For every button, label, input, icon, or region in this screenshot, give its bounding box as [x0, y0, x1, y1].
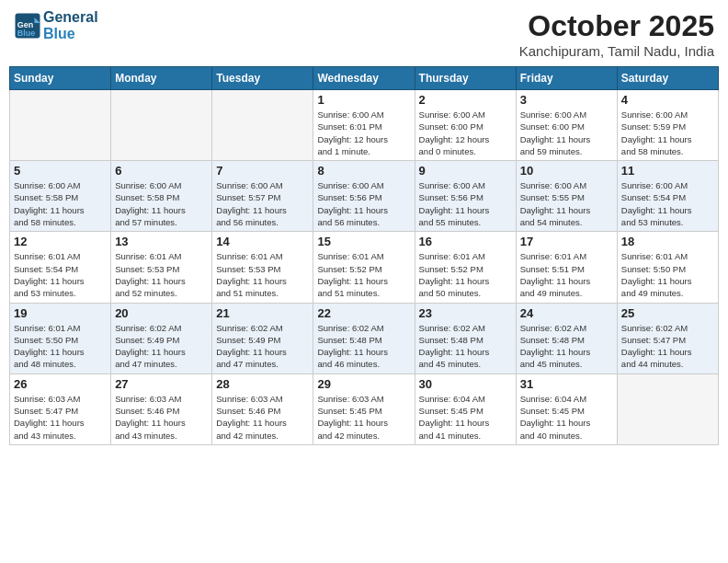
calendar-day-cell: 25Sunrise: 6:02 AM Sunset: 5:47 PM Dayli… — [617, 303, 718, 373]
calendar-day-cell: 3Sunrise: 6:00 AM Sunset: 6:00 PM Daylig… — [516, 90, 617, 161]
calendar-day-cell: 28Sunrise: 6:03 AM Sunset: 5:46 PM Dayli… — [212, 373, 313, 444]
calendar-week-row: 26Sunrise: 6:03 AM Sunset: 5:47 PM Dayli… — [10, 373, 719, 444]
calendar-week-row: 1Sunrise: 6:00 AM Sunset: 6:01 PM Daylig… — [10, 90, 719, 161]
calendar-day-cell: 2Sunrise: 6:00 AM Sunset: 6:00 PM Daylig… — [415, 90, 516, 161]
day-info: Sunrise: 6:00 AM Sunset: 6:00 PM Dayligh… — [520, 109, 613, 157]
calendar-week-row: 19Sunrise: 6:01 AM Sunset: 5:50 PM Dayli… — [10, 303, 719, 373]
day-number: 29 — [317, 377, 410, 391]
weekday-header-wednesday: Wednesday — [313, 67, 415, 90]
day-number: 28 — [216, 377, 309, 391]
calendar-day-cell: 10Sunrise: 6:00 AM Sunset: 5:55 PM Dayli… — [516, 161, 617, 232]
logo-line2: Blue — [43, 26, 75, 41]
day-info: Sunrise: 6:00 AM Sunset: 5:58 PM Dayligh… — [115, 179, 208, 228]
day-number: 26 — [14, 377, 107, 391]
day-number: 20 — [115, 306, 208, 320]
calendar-day-cell: 31Sunrise: 6:04 AM Sunset: 5:45 PM Dayli… — [516, 373, 617, 444]
month-title: October 2025 — [519, 9, 714, 43]
calendar-day-cell: 8Sunrise: 6:00 AM Sunset: 5:56 PM Daylig… — [313, 161, 415, 232]
day-info: Sunrise: 6:00 AM Sunset: 6:00 PM Dayligh… — [419, 109, 512, 157]
day-info: Sunrise: 6:01 AM Sunset: 5:50 PM Dayligh… — [621, 250, 714, 299]
day-number: 15 — [317, 235, 410, 248]
day-info: Sunrise: 6:00 AM Sunset: 5:57 PM Dayligh… — [216, 179, 309, 228]
day-info: Sunrise: 6:01 AM Sunset: 5:53 PM Dayligh… — [115, 250, 208, 299]
day-info: Sunrise: 6:00 AM Sunset: 5:55 PM Dayligh… — [520, 179, 613, 228]
calendar-day-cell: 30Sunrise: 6:04 AM Sunset: 5:45 PM Dayli… — [415, 373, 516, 444]
calendar-day-cell: 23Sunrise: 6:02 AM Sunset: 5:48 PM Dayli… — [415, 303, 516, 373]
day-number: 7 — [216, 164, 309, 178]
calendar-day-cell: 13Sunrise: 6:01 AM Sunset: 5:53 PM Dayli… — [111, 232, 212, 303]
calendar-day-cell: 9Sunrise: 6:00 AM Sunset: 5:56 PM Daylig… — [415, 161, 516, 232]
weekday-header-monday: Monday — [111, 67, 212, 90]
day-info: Sunrise: 6:01 AM Sunset: 5:50 PM Dayligh… — [14, 322, 107, 371]
day-number: 5 — [14, 164, 107, 178]
day-info: Sunrise: 6:01 AM Sunset: 5:52 PM Dayligh… — [317, 250, 410, 299]
calendar-day-cell: 4Sunrise: 6:00 AM Sunset: 5:59 PM Daylig… — [617, 90, 718, 161]
day-number: 22 — [317, 306, 410, 320]
day-info: Sunrise: 6:03 AM Sunset: 5:46 PM Dayligh… — [115, 393, 208, 442]
calendar-day-cell — [10, 90, 111, 161]
calendar-table: SundayMondayTuesdayWednesdayThursdayFrid… — [9, 66, 719, 445]
day-info: Sunrise: 6:00 AM Sunset: 5:58 PM Dayligh… — [14, 179, 107, 228]
weekday-header-sunday: Sunday — [10, 67, 111, 90]
day-number: 31 — [520, 377, 613, 391]
day-info: Sunrise: 6:02 AM Sunset: 5:48 PM Dayligh… — [520, 322, 613, 371]
page-header: Gen Blue General Blue October 2025 Kanch… — [9, 9, 719, 59]
calendar-day-cell — [617, 373, 718, 444]
day-info: Sunrise: 6:03 AM Sunset: 5:46 PM Dayligh… — [216, 393, 309, 442]
calendar-day-cell: 24Sunrise: 6:02 AM Sunset: 5:48 PM Dayli… — [516, 303, 617, 373]
day-info: Sunrise: 6:02 AM Sunset: 5:49 PM Dayligh… — [115, 322, 208, 371]
calendar-day-cell — [212, 90, 313, 161]
calendar-day-cell: 18Sunrise: 6:01 AM Sunset: 5:50 PM Dayli… — [617, 232, 718, 303]
weekday-header-saturday: Saturday — [617, 67, 718, 90]
day-number: 13 — [115, 235, 208, 248]
day-number: 23 — [419, 306, 512, 320]
calendar-day-cell: 22Sunrise: 6:02 AM Sunset: 5:48 PM Dayli… — [313, 303, 415, 373]
calendar-day-cell: 11Sunrise: 6:00 AM Sunset: 5:54 PM Dayli… — [617, 161, 718, 232]
day-info: Sunrise: 6:01 AM Sunset: 5:54 PM Dayligh… — [14, 250, 107, 299]
day-number: 3 — [520, 93, 613, 107]
calendar-day-cell: 5Sunrise: 6:00 AM Sunset: 5:58 PM Daylig… — [10, 161, 111, 232]
day-number: 9 — [419, 164, 512, 178]
calendar-day-cell — [111, 90, 212, 161]
weekday-header-row: SundayMondayTuesdayWednesdayThursdayFrid… — [10, 67, 719, 90]
logo: Gen Blue General Blue — [14, 9, 98, 41]
calendar-day-cell: 29Sunrise: 6:03 AM Sunset: 5:45 PM Dayli… — [313, 373, 415, 444]
calendar-day-cell: 21Sunrise: 6:02 AM Sunset: 5:49 PM Dayli… — [212, 303, 313, 373]
day-info: Sunrise: 6:02 AM Sunset: 5:48 PM Dayligh… — [419, 322, 512, 371]
day-number: 27 — [115, 377, 208, 391]
calendar-day-cell: 1Sunrise: 6:00 AM Sunset: 6:01 PM Daylig… — [313, 90, 415, 161]
day-number: 21 — [216, 306, 309, 320]
day-info: Sunrise: 6:02 AM Sunset: 5:49 PM Dayligh… — [216, 322, 309, 371]
logo-line1: General — [43, 9, 98, 25]
day-number: 11 — [621, 164, 714, 178]
day-number: 10 — [520, 164, 613, 178]
calendar-day-cell: 7Sunrise: 6:00 AM Sunset: 5:57 PM Daylig… — [212, 161, 313, 232]
day-info: Sunrise: 6:01 AM Sunset: 5:51 PM Dayligh… — [520, 250, 613, 299]
day-info: Sunrise: 6:01 AM Sunset: 5:52 PM Dayligh… — [419, 250, 512, 299]
calendar-day-cell: 15Sunrise: 6:01 AM Sunset: 5:52 PM Dayli… — [313, 232, 415, 303]
day-number: 4 — [621, 93, 714, 107]
calendar-day-cell: 6Sunrise: 6:00 AM Sunset: 5:58 PM Daylig… — [111, 161, 212, 232]
title-block: October 2025 Kanchipuram, Tamil Nadu, In… — [519, 9, 714, 59]
calendar-day-cell: 20Sunrise: 6:02 AM Sunset: 5:49 PM Dayli… — [111, 303, 212, 373]
day-number: 17 — [520, 235, 613, 248]
svg-text:Blue: Blue — [17, 28, 36, 37]
day-info: Sunrise: 6:00 AM Sunset: 5:56 PM Dayligh… — [419, 179, 512, 228]
weekday-header-tuesday: Tuesday — [212, 67, 313, 90]
day-number: 16 — [419, 235, 512, 248]
calendar-week-row: 5Sunrise: 6:00 AM Sunset: 5:58 PM Daylig… — [10, 161, 719, 232]
day-number: 14 — [216, 235, 309, 248]
calendar-day-cell: 26Sunrise: 6:03 AM Sunset: 5:47 PM Dayli… — [10, 373, 111, 444]
day-number: 2 — [419, 93, 512, 107]
calendar-day-cell: 19Sunrise: 6:01 AM Sunset: 5:50 PM Dayli… — [10, 303, 111, 373]
day-info: Sunrise: 6:00 AM Sunset: 5:54 PM Dayligh… — [621, 179, 714, 228]
day-number: 24 — [520, 306, 613, 320]
weekday-header-friday: Friday — [516, 67, 617, 90]
calendar-day-cell: 17Sunrise: 6:01 AM Sunset: 5:51 PM Dayli… — [516, 232, 617, 303]
day-number: 25 — [621, 306, 714, 320]
day-info: Sunrise: 6:01 AM Sunset: 5:53 PM Dayligh… — [216, 250, 309, 299]
day-info: Sunrise: 6:02 AM Sunset: 5:48 PM Dayligh… — [317, 322, 410, 371]
day-number: 30 — [419, 377, 512, 391]
logo-icon: Gen Blue — [14, 12, 41, 40]
day-info: Sunrise: 6:00 AM Sunset: 5:56 PM Dayligh… — [317, 179, 410, 228]
